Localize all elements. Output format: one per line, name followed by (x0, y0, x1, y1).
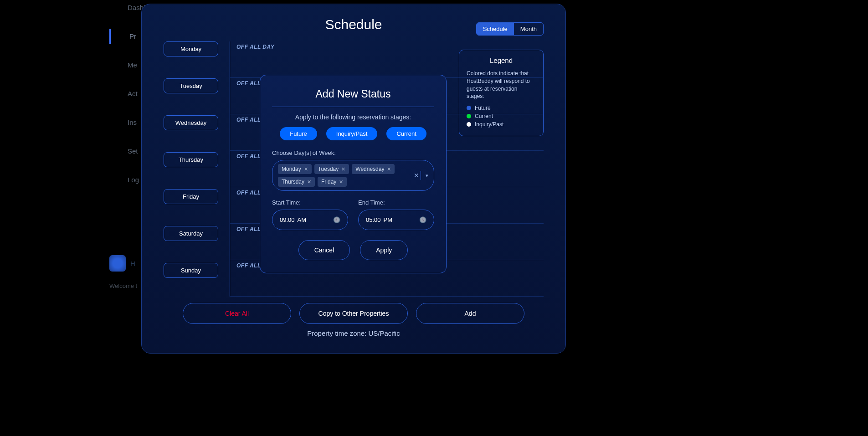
day-monday[interactable]: Monday (164, 41, 218, 56)
legend-item-future: Future (467, 105, 536, 111)
end-time-input[interactable]: 05:00 PM 🕔 (358, 210, 434, 230)
logo: H (109, 255, 135, 272)
chip-label: Monday (282, 166, 301, 172)
stage-future[interactable]: Future (280, 127, 317, 140)
day-thursday[interactable]: Thursday (164, 152, 218, 167)
start-time-col: Start Time: 09:00 AM 🕘 (272, 199, 348, 230)
days-column: Monday Tuesday Wednesday Thursday Friday… (164, 41, 225, 297)
footer-buttons: Clear All Copy to Other Properties Add (164, 303, 544, 324)
start-time-value: 09:00 (280, 216, 295, 223)
remove-chip-icon[interactable]: ✕ (307, 179, 311, 185)
day-tuesday[interactable]: Tuesday (164, 78, 218, 93)
chip-friday: Friday ✕ (318, 177, 347, 187)
legend: Legend Colored dots indicate that HostBu… (459, 50, 544, 136)
chip-thursday: Thursday ✕ (278, 177, 315, 187)
legend-item-inquiry: Inquiry/Past (467, 121, 536, 128)
end-ampm: PM (384, 216, 393, 223)
dot-icon (467, 114, 471, 118)
day-saturday[interactable]: Saturday (164, 226, 218, 241)
remove-chip-icon[interactable]: ✕ (341, 166, 345, 172)
legend-label: Current (475, 113, 493, 119)
chip-label: Tuesday (318, 166, 339, 172)
start-time-label: Start Time: (272, 199, 348, 206)
toggle-schedule[interactable]: Schedule (477, 23, 514, 35)
choose-days-label: Choose Day[s] of Week: (272, 149, 434, 156)
end-time-label: End Time: (358, 199, 434, 206)
cancel-button[interactable]: Cancel (298, 240, 350, 260)
start-time-input[interactable]: 09:00 AM 🕘 (272, 210, 348, 230)
legend-label: Inquiry/Past (475, 121, 503, 128)
time-row: Start Time: 09:00 AM 🕘 End Time: 05:00 P… (272, 199, 434, 230)
chip-monday: Monday ✕ (278, 164, 312, 174)
logo-text: H (130, 260, 135, 267)
welcome-text: Welcome t (109, 282, 137, 289)
inner-subtitle: Apply to the following reservation stage… (272, 113, 434, 121)
clear-all-button[interactable]: Clear All (183, 303, 291, 324)
stage-current[interactable]: Current (386, 127, 426, 140)
days-multiselect[interactable]: Monday ✕ Tuesday ✕ Wednesday ✕ Thursday … (272, 160, 434, 191)
chip-tuesday: Tuesday ✕ (314, 164, 349, 174)
start-ampm: AM (298, 216, 307, 223)
clock-icon: 🕘 (333, 216, 340, 223)
timezone-label: Property time zone: US/Pacific (164, 329, 544, 337)
chip-label: Thursday (282, 179, 304, 185)
action-row: Cancel Apply (272, 240, 434, 260)
toggle-month[interactable]: Month (514, 23, 543, 35)
legend-item-current: Current (467, 113, 536, 119)
view-toggle: Schedule Month (476, 22, 544, 36)
legend-label: Future (475, 105, 491, 111)
stage-inquiry[interactable]: Inquiry/Past (326, 127, 378, 140)
copy-properties-button[interactable]: Copy to Other Properties (299, 303, 408, 324)
add-button[interactable]: Add (416, 303, 524, 324)
inner-modal-title: Add New Status (272, 88, 434, 100)
end-time-value: 05:00 (366, 216, 381, 223)
legend-title: Legend (467, 56, 536, 64)
day-friday[interactable]: Friday (164, 189, 218, 204)
chip-label: Wednesday (355, 166, 384, 172)
chip-wednesday: Wednesday ✕ (352, 164, 395, 174)
day-wednesday[interactable]: Wednesday (164, 115, 218, 130)
add-status-modal: Add New Status Apply to the following re… (260, 75, 447, 273)
chevron-down-icon[interactable]: ▾ (421, 171, 428, 180)
clear-all-icon[interactable]: ✕ (414, 172, 419, 179)
remove-chip-icon[interactable]: ✕ (387, 166, 391, 172)
end-time-col: End Time: 05:00 PM 🕔 (358, 199, 434, 230)
legend-description: Colored dots indicate that HostBuddy wil… (467, 70, 536, 100)
clock-icon: 🕔 (419, 216, 426, 223)
day-sunday[interactable]: Sunday (164, 263, 218, 278)
divider (272, 107, 434, 107)
off-label: OFF ALL DAY (236, 44, 274, 50)
stage-row: Future Inquiry/Past Current (272, 127, 434, 140)
dot-icon (467, 106, 471, 110)
logo-icon (109, 255, 126, 272)
dot-icon (467, 122, 471, 127)
remove-chip-icon[interactable]: ✕ (304, 166, 308, 172)
chip-label: Friday (321, 179, 336, 185)
remove-chip-icon[interactable]: ✕ (339, 179, 343, 185)
apply-button[interactable]: Apply (360, 240, 408, 260)
